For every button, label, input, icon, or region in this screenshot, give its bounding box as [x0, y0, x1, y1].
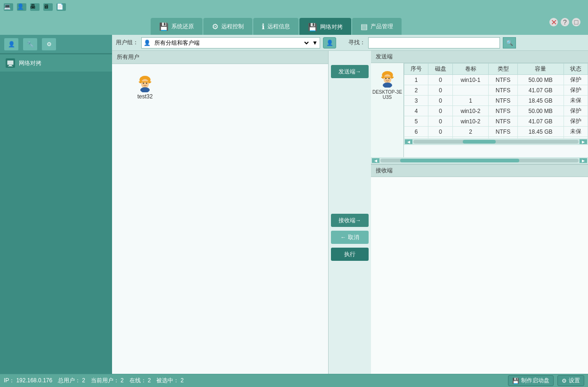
col-seq: 序号 [404, 64, 428, 75]
svg-point-7 [143, 83, 144, 84]
remote-info-icon: ℹ [262, 22, 265, 31]
table-row[interactable]: 10win10-1NTFS50.00 MB保护 [404, 75, 588, 85]
topbar-icon-1[interactable]: 💻 [4, 3, 13, 11]
sidebar-btn-gear[interactable]: ⚙ [41, 38, 56, 51]
usergroup-action-btn[interactable]: 👤 [323, 37, 336, 48]
sender-header: 发送端 [371, 51, 588, 63]
sidebar-btn-wrench[interactable]: 🔧 [23, 38, 38, 51]
tab-remote-control[interactable]: ⚙ 远程控制 [203, 18, 252, 35]
h-scroll-track[interactable] [413, 140, 579, 144]
user-panel-body: test32 [112, 64, 328, 374]
user-panel-header: 所有用户 [112, 51, 328, 64]
receiver-body [371, 177, 588, 374]
scroll-right-btn[interactable]: ▶ [580, 139, 587, 144]
product-mgmt-icon: ▤ [361, 22, 368, 31]
svg-rect-2 [9, 65, 12, 66]
action-column: 发送端→ 接收端→ ← 取消 执行 [329, 51, 371, 374]
cell-size: 41.07 GB [517, 116, 564, 127]
sidebar-item-network-compare[interactable]: 网络对拷 [0, 55, 112, 72]
svg-rect-10 [139, 81, 152, 83]
current-users-label: 当前用户： 2 [91, 377, 124, 385]
window-controls: ✕ ? □ [549, 18, 584, 26]
search-button[interactable]: 🔍 [503, 37, 516, 48]
table-row[interactable]: 50win10-2NTFS41.07 GB保护 [404, 116, 588, 127]
sidebar-toolbar: 👤 🔧 ⚙ [0, 35, 112, 54]
sender-table-wrap: 序号 磁盘 卷标 类型 容量 状态 [404, 63, 588, 157]
cell-seq: 2 [404, 85, 428, 96]
make-boot-btn[interactable]: 💾 制作启动盘 [508, 375, 554, 386]
settings-icon: ⚙ [562, 378, 567, 384]
cell-seq: 5 [404, 116, 428, 127]
scroll-down-btn[interactable]: ▶ [580, 158, 587, 163]
table-row[interactable]: 301NTFS18.45 GB未保 [404, 96, 588, 106]
dropdown-arrow: ▼ [312, 40, 318, 46]
sender-btn[interactable]: 发送端→ [331, 65, 369, 78]
execute-btn[interactable]: 执行 [331, 248, 369, 261]
scroll-left-btn[interactable]: ◀ [405, 139, 412, 144]
usergroup-bar: 用户组： 👤 所有分组和客户端 ▼ 👤 寻找： 🔍 [112, 35, 588, 51]
sidebar-btn-user[interactable]: 👤 [4, 38, 19, 51]
svg-point-13 [383, 74, 391, 84]
svg-rect-0 [7, 60, 14, 65]
h-scrollbar[interactable]: ◀ ▶ [404, 138, 588, 145]
v-scroll-thumb [400, 159, 519, 162]
cell-status: 未保 [564, 96, 588, 106]
v-scroll-track[interactable] [380, 159, 579, 162]
usergroup-select-wrapper[interactable]: 👤 所有分组和客户端 ▼ [141, 37, 320, 48]
restore-btn[interactable]: □ [572, 18, 580, 26]
table-row[interactable]: 40win10-2NTFS50.00 MB保护 [404, 106, 588, 116]
user-entry-test32[interactable]: test32 [136, 73, 154, 100]
cell-size: 50.00 MB [517, 106, 564, 116]
topbar-icon-3[interactable]: 🖶 [30, 3, 40, 11]
close-btn[interactable]: ✕ [549, 18, 558, 26]
content-area: 用户组： 👤 所有分组和客户端 ▼ 👤 寻找： 🔍 所有用户 [112, 35, 588, 374]
tab-network-compare[interactable]: 💾 网络对拷 [299, 18, 351, 35]
search-input[interactable] [368, 37, 500, 48]
cell-disk: 0 [428, 75, 452, 85]
tab-product-mgmt[interactable]: ▤ 产品管理 [352, 18, 402, 35]
cell-type: NTFS [489, 75, 518, 85]
cell-size: 18.45 GB [517, 127, 564, 137]
ip-label: IP： 192.168.0.176 [4, 377, 52, 385]
search-icon: 🔍 [506, 40, 513, 46]
sender-avatar-col: DESKTOP-3EU3S [371, 63, 404, 157]
receiver-btn[interactable]: 接收端→ [331, 214, 369, 227]
cell-type: NTFS [489, 127, 518, 137]
col-label: 卷标 [452, 64, 488, 75]
cell-status: 保护 [564, 106, 588, 116]
status-bar: IP： 192.168.0.176 总用户： 2 当前用户： 2 在线： 2 被… [0, 374, 588, 387]
disk-table-container[interactable]: 序号 磁盘 卷标 类型 容量 状态 [404, 63, 588, 138]
svg-point-6 [141, 79, 149, 89]
receiver-header: 接收端 [371, 165, 588, 177]
help-btn[interactable]: ? [561, 18, 569, 26]
action-icon: 👤 [326, 40, 333, 46]
usergroup-dropdown[interactable]: 所有分组和客户端 [153, 39, 310, 47]
user-avatar-svg [136, 73, 154, 92]
cell-type: NTFS [489, 96, 518, 106]
table-row[interactable]: 602NTFS18.45 GB未保 [404, 127, 588, 137]
right-panel: 发送端 [371, 51, 588, 374]
v-scrollbar[interactable]: ◀ ▶ [371, 157, 588, 164]
col-type: 类型 [489, 64, 518, 75]
topbar-icon-4[interactable]: 🖥 [43, 3, 53, 11]
cell-size: 41.07 GB [517, 85, 564, 96]
cell-seq: 3 [404, 96, 428, 106]
selected-label: 被选中： 2 [156, 377, 184, 385]
scroll-up-btn[interactable]: ◀ [372, 158, 379, 163]
svg-point-15 [388, 78, 390, 80]
boot-icon: 💾 [512, 378, 519, 384]
cell-disk: 0 [428, 85, 452, 96]
cancel-btn[interactable]: ← 取消 [331, 231, 369, 244]
cell-status: 保护 [564, 75, 588, 85]
settings-btn[interactable]: ⚙ 设置 [557, 375, 584, 386]
topbar-icon-2[interactable]: 👤 [17, 3, 26, 11]
svg-rect-3 [8, 66, 13, 66]
total-users-label: 总用户： 2 [58, 377, 85, 385]
sender-section: 发送端 [371, 51, 588, 165]
tab-system-restore[interactable]: 💾 系统还原 [151, 18, 202, 35]
cell-label: win10-1 [452, 75, 488, 85]
topbar-icon-5[interactable]: 📄 [56, 3, 66, 11]
cell-type: NTFS [489, 116, 518, 127]
table-row[interactable]: 20NTFS41.07 GB保护 [404, 85, 588, 96]
tab-remote-info[interactable]: ℹ 远程信息 [253, 18, 298, 35]
